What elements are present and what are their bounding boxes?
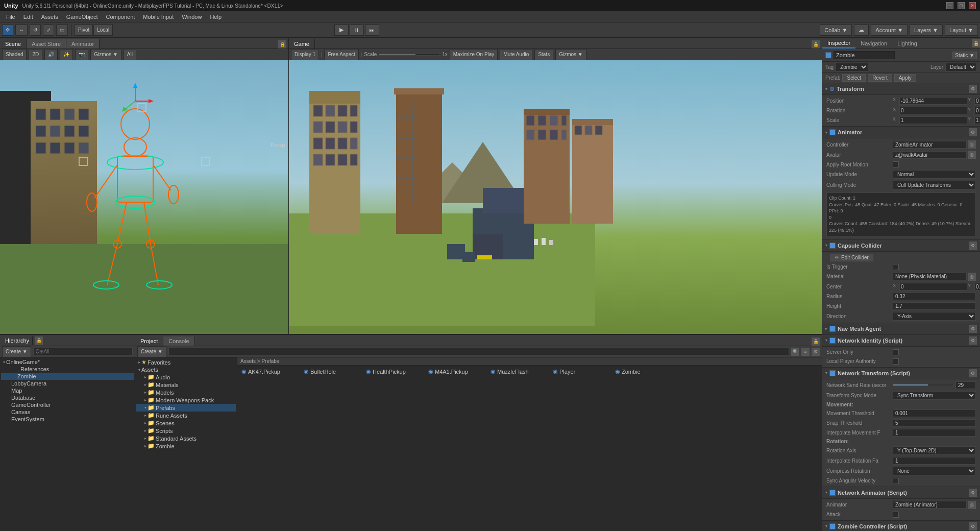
account-button[interactable]: Account ▼: [871, 25, 908, 36]
select-button[interactable]: Select: [842, 74, 866, 82]
menu-file[interactable]: File: [2, 13, 19, 21]
project-lock-icon[interactable]: 🔒: [812, 337, 820, 346]
net-transform-settings-icon[interactable]: ⚙: [969, 369, 977, 377]
inspector-lock-icon[interactable]: 🔒: [972, 39, 980, 47]
object-enabled-checkbox[interactable]: [825, 52, 831, 58]
menu-edit[interactable]: Edit: [19, 13, 37, 21]
tab-asset-store[interactable]: Asset Store: [27, 39, 66, 49]
animator-settings-icon[interactable]: ⚙: [969, 128, 977, 136]
menu-window[interactable]: Window: [178, 13, 206, 21]
tool-scale[interactable]: ⤢: [43, 25, 54, 36]
file-player[interactable]: ◉ Player: [551, 368, 612, 375]
transform-header[interactable]: ▾ ⊕ Transform ⚙: [822, 83, 980, 95]
layout-button[interactable]: Layout ▼: [945, 25, 978, 36]
net-animator-settings-icon[interactable]: ⚙: [969, 489, 977, 497]
hierarchy-item-onlinegame[interactable]: ▾ OnlineGame*: [1, 358, 134, 366]
pause-button[interactable]: ⏸: [350, 25, 364, 36]
project-settings-icon[interactable]: ⚙: [812, 348, 820, 356]
snap-threshold-input[interactable]: [893, 419, 976, 427]
height-input[interactable]: [893, 302, 976, 310]
controller-picker-icon[interactable]: ◎: [968, 140, 976, 149]
tree-modern-weapons[interactable]: ▸ 📁 Modern Weapons Pack: [136, 396, 236, 404]
zombie-ctrl-enabled-checkbox[interactable]: [829, 523, 836, 529]
zombie-controller-header[interactable]: ▾ Zombie Controller (Script) ⚙: [822, 521, 980, 531]
tree-scripts[interactable]: ▸ 📁 Scripts: [136, 427, 236, 435]
tool-rect[interactable]: ▭: [56, 25, 68, 36]
animator-header[interactable]: ▾ Animator ⚙: [822, 127, 980, 138]
aspect-dropdown[interactable]: Free Aspect: [324, 49, 358, 60]
pivot-button[interactable]: Pivot: [75, 25, 93, 36]
tab-inspector[interactable]: Inspector: [822, 38, 855, 49]
tree-scenes[interactable]: ▸ 📁 Scenes: [136, 419, 236, 427]
sync-mode-dropdown[interactable]: Sync Transform: [893, 391, 976, 400]
shaded-dropdown[interactable]: Shaded: [2, 49, 27, 60]
tab-animator[interactable]: Animator: [66, 39, 100, 49]
hierarchy-create-button[interactable]: Create ▼: [2, 346, 31, 357]
tree-zombie[interactable]: ▸ 📁 Zombie: [136, 442, 236, 450]
menu-component[interactable]: Component: [102, 13, 139, 21]
tool-rotate[interactable]: ↺: [30, 25, 41, 36]
send-rate-slider[interactable]: [893, 384, 953, 386]
cloud-button[interactable]: ☁: [854, 25, 869, 36]
tab-game[interactable]: Game: [289, 39, 315, 49]
file-m4a1pickup[interactable]: ◉ M4A1.Pickup: [426, 368, 487, 375]
local-button[interactable]: Local: [93, 25, 113, 36]
tree-models[interactable]: ▸ 📁 Models: [136, 389, 236, 396]
net-animator-enabled-checkbox[interactable]: [829, 490, 836, 496]
animator-enabled-checkbox[interactable]: [829, 129, 836, 135]
network-transform-header[interactable]: ▾ Network Transform (Script) ⚙: [822, 368, 980, 379]
tree-assets[interactable]: ▾ Assets: [136, 366, 236, 373]
play-button[interactable]: ▶: [334, 25, 349, 36]
collab-button[interactable]: Collab ▼: [820, 25, 852, 36]
capsule-collider-header[interactable]: ▾ Capsule Collider ⚙: [822, 240, 980, 252]
menu-mobile-input[interactable]: Mobile Input: [139, 13, 178, 21]
game-gizmos-btn[interactable]: Gizmos ▼: [555, 49, 586, 60]
compress-rotation-dropdown[interactable]: None: [893, 467, 976, 475]
material-input[interactable]: [893, 273, 967, 280]
net-identity-settings-icon[interactable]: ⚙: [969, 336, 977, 345]
server-only-checkbox[interactable]: [893, 349, 899, 355]
tab-lighting[interactable]: Lighting: [892, 39, 922, 48]
scale-x-input[interactable]: [899, 116, 967, 124]
menu-assets[interactable]: Assets: [37, 13, 62, 21]
maximize-on-play-btn[interactable]: Maximize On Play: [450, 49, 498, 60]
update-mode-dropdown[interactable]: Normal: [893, 170, 976, 179]
rot-y-input[interactable]: [974, 107, 980, 114]
menu-gameobject[interactable]: GameObject: [62, 13, 102, 21]
mute-audio-btn[interactable]: Mute Audio: [500, 49, 532, 60]
project-create-button[interactable]: Create ▼: [137, 346, 166, 357]
scene-gizmos-button[interactable]: Gizmos ▼: [90, 49, 121, 60]
scene-filter-button[interactable]: All: [124, 49, 136, 60]
layer-dropdown[interactable]: Default: [945, 63, 977, 71]
hierarchy-item-canvas[interactable]: Canvas: [1, 408, 134, 416]
hierarchy-lock-icon[interactable]: 🔒: [35, 336, 43, 345]
tree-favorites[interactable]: ▸ ★ Favorites: [136, 358, 236, 366]
scene-camera-icon[interactable]: 📷: [75, 49, 88, 60]
net-identity-enabled-checkbox[interactable]: [829, 337, 836, 344]
hierarchy-item-lobbycamera[interactable]: LobbyCamera: [1, 380, 134, 387]
stats-btn[interactable]: Stats: [534, 49, 553, 60]
interpolate-rotation-input[interactable]: [893, 457, 976, 465]
game-lock-icon[interactable]: 🔒: [812, 40, 820, 49]
rotation-axis-dropdown[interactable]: Y (Top-Down 2D): [893, 446, 976, 455]
hierarchy-item-eventsystem[interactable]: EventSystem: [1, 416, 134, 423]
tab-navigation[interactable]: Navigation: [855, 39, 892, 48]
zombie-ctrl-settings-icon[interactable]: ⚙: [969, 522, 977, 530]
avatar-input[interactable]: [893, 151, 967, 159]
tool-hand[interactable]: ✥: [2, 25, 13, 36]
scene-view[interactable]: Persp: [0, 60, 288, 334]
tree-rune-assets[interactable]: ▸ 📁 Rune Assets: [136, 412, 236, 419]
is-trigger-checkbox[interactable]: [893, 264, 899, 270]
network-identity-header[interactable]: ▾ Network Identity (Script) ⚙: [822, 335, 980, 347]
display-dropdown[interactable]: Display 1: [291, 49, 319, 60]
menu-help[interactable]: Help: [206, 13, 226, 21]
pos-x-input[interactable]: [899, 97, 967, 105]
transform-settings-icon[interactable]: ⚙: [969, 85, 977, 93]
scene-fx-icon[interactable]: ✨: [60, 49, 73, 60]
controller-input[interactable]: [893, 141, 967, 149]
tag-dropdown[interactable]: Zombie: [836, 63, 868, 71]
hierarchy-item-map[interactable]: Map: [1, 387, 134, 394]
tab-console[interactable]: Console: [163, 336, 194, 346]
hierarchy-search-input[interactable]: [33, 348, 133, 355]
tree-materials[interactable]: ▸ 📁 Materials: [136, 381, 236, 389]
